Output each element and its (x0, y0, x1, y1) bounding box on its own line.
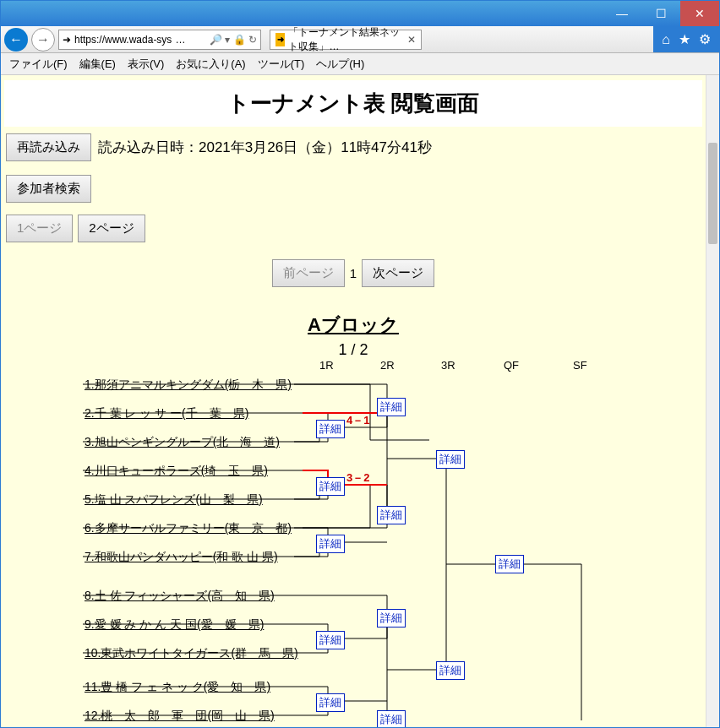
forward-button[interactable]: → (31, 28, 55, 52)
detail-button-1r-2[interactable]: 詳細 (316, 477, 345, 496)
detail-button-qf-1[interactable]: 詳細 (495, 555, 524, 573)
bracket-entry-2[interactable]: 2.千 葉 レ ッ サ ー(千 葉 県) (85, 406, 248, 421)
tab-title: 「トーナメント結果ネット収集」… (288, 25, 404, 54)
round-3r: 3R (441, 359, 455, 372)
reload-button[interactable]: 再読み込み (6, 133, 91, 161)
current-page: 1 (350, 266, 357, 280)
bracket-entry-6[interactable]: 6.多摩サーバルファミリー(東 京 都) (85, 521, 292, 536)
participant-search-button[interactable]: 参加者検索 (6, 175, 91, 203)
address-bar[interactable]: ➜ https://www.wada-sys … 🔎 ▾ 🔒 ↻ (58, 30, 261, 50)
menu-view[interactable]: 表示(V) (128, 57, 164, 72)
round-qf: QF (504, 359, 519, 372)
bracket-entry-5[interactable]: 5.塩 山 スパフレンズ(山 梨 県) (85, 492, 263, 508)
site-favicon-icon: ➜ (63, 34, 71, 46)
browser-quick-icons: ⌂ ★ ⚙ (653, 26, 719, 52)
detail-button-1r-3[interactable]: 詳細 (316, 535, 345, 553)
window-titlebar: — ☐ ✕ (1, 1, 719, 26)
tab-close-icon[interactable]: ✕ (407, 34, 416, 46)
tab-favicon-icon: ➜ (275, 33, 285, 46)
bracket-entry-4[interactable]: 4.川口キューポラーズ(埼 玉 県) (85, 464, 268, 479)
scrollbar-thumb[interactable] (708, 143, 717, 244)
detail-button-1r-5[interactable]: 詳細 (316, 693, 345, 712)
load-timestamp: 読み込み日時：2021年3月26日（金）11時47分41秒 (98, 138, 432, 157)
menu-file[interactable]: ファイル(F) (9, 57, 68, 72)
bracket-entry-9[interactable]: 9.愛 媛 み か ん 天 国(愛 媛 県) (85, 617, 264, 633)
detail-button-1r-4[interactable]: 詳細 (316, 631, 345, 649)
detail-button-1r-1[interactable]: 詳細 (316, 420, 345, 438)
favorites-icon[interactable]: ★ (679, 31, 690, 47)
back-button[interactable]: ← (4, 28, 28, 52)
url-text: https://www.wada-sys (74, 34, 172, 46)
browser-navbar: ← → ➜ https://www.wada-sys … 🔎 ▾ 🔒 ↻ ➜ 「… (1, 26, 719, 53)
score-match-2: 3－2 (346, 470, 369, 486)
settings-icon[interactable]: ⚙ (699, 31, 711, 47)
bracket-entry-10[interactable]: 10.東武ホワイトタイガース(群 馬 県) (85, 646, 298, 661)
menu-tools[interactable]: ツール(T) (258, 57, 305, 72)
detail-button-2r-1[interactable]: 詳細 (377, 398, 406, 416)
page-title: トーナメント表 閲覧画面 (4, 80, 702, 127)
menu-edit[interactable]: 編集(E) (79, 57, 116, 72)
maximize-button[interactable]: ☐ (641, 1, 680, 26)
close-button[interactable]: ✕ (680, 1, 719, 26)
prev-page-button[interactable]: 前ページ (272, 259, 345, 287)
addr-icons: 🔎 ▾ 🔒 ↻ (210, 34, 257, 46)
page-content: トーナメント表 閲覧画面 再読み込み 読み込み日時：2021年3月26日（金）1… (1, 75, 706, 727)
detail-button-2r-4[interactable]: 詳細 (377, 710, 406, 727)
bracket-entry-11[interactable]: 11.豊 橋 フ ェ ネ ッ ク(愛 知 県) (85, 680, 270, 695)
round-2r: 2R (380, 359, 395, 372)
round-sf: SF (573, 359, 587, 372)
home-icon[interactable]: ⌂ (662, 32, 670, 47)
bracket-entry-1[interactable]: 1.那須アニマルキングダム(栃 木 県) (85, 378, 292, 393)
block-page-indicator: 1 / 2 (6, 341, 701, 359)
bracket-entry-3[interactable]: 3.旭山ペンギングループ(北 海 道) (85, 435, 280, 450)
menu-help[interactable]: ヘルプ(H) (316, 57, 364, 72)
page-tab-2[interactable]: 2ページ (78, 215, 145, 242)
bracket-entry-7[interactable]: 7.和歌山パンダハッピー(和 歌 山 県) (85, 550, 278, 565)
bracket-entry-12[interactable]: 12.桃 太 郎 軍 団(岡 山 県) (85, 709, 275, 724)
detail-button-3r-2[interactable]: 詳細 (436, 661, 465, 680)
round-1r: 1R (319, 359, 334, 372)
detail-button-2r-3[interactable]: 詳細 (377, 609, 406, 627)
score-match-1: 4－1 (346, 413, 369, 428)
menu-favorites[interactable]: お気に入り(A) (176, 57, 245, 72)
browser-tab[interactable]: ➜ 「トーナメント結果ネット収集」… ✕ (270, 30, 422, 50)
detail-button-2r-2[interactable]: 詳細 (377, 506, 406, 524)
next-page-button[interactable]: 次ページ (362, 259, 434, 287)
detail-button-3r-1[interactable]: 詳細 (436, 450, 465, 469)
menubar: ファイル(F) 編集(E) 表示(V) お気に入り(A) ツール(T) ヘルプ(… (1, 53, 719, 75)
vertical-scrollbar[interactable] (706, 75, 719, 727)
minimize-button[interactable]: — (603, 1, 641, 26)
bracket-entry-8[interactable]: 8.土 佐 フィッシャーズ(高 知 県) (85, 589, 275, 604)
block-title: Aブロック (6, 312, 701, 338)
page-tab-1[interactable]: 1ページ (6, 215, 73, 242)
